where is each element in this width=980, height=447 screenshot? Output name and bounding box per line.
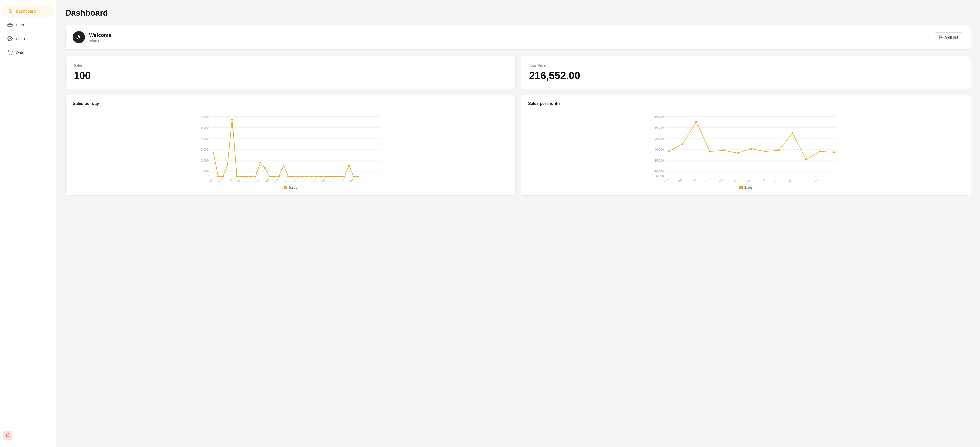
svg-text:2023-06: 2023-06 xyxy=(729,178,738,183)
svg-point-84 xyxy=(709,151,711,153)
notification-icon[interactable] xyxy=(3,431,12,440)
svg-point-41 xyxy=(311,176,312,177)
sidebar-item-cars[interactable]: Cars xyxy=(2,18,54,31)
svg-text:2023-01: 2023-01 xyxy=(660,178,669,183)
svg-text:10,000: 10,000 xyxy=(655,170,664,173)
svg-point-91 xyxy=(805,159,807,161)
svg-point-26 xyxy=(241,175,242,177)
svg-point-39 xyxy=(301,176,303,177)
monthly-legend-box xyxy=(739,186,743,189)
svg-point-40 xyxy=(306,176,307,177)
total-price-value: 216,552.00 xyxy=(529,70,963,81)
svg-point-5 xyxy=(11,54,12,55)
total-price-label: Total Price xyxy=(529,63,963,67)
svg-point-38 xyxy=(297,176,298,177)
svg-point-93 xyxy=(833,151,835,153)
svg-point-30 xyxy=(259,162,261,163)
svg-point-27 xyxy=(245,176,247,177)
svg-rect-0 xyxy=(8,24,12,26)
svg-point-37 xyxy=(292,176,293,177)
page-title: Dashboard xyxy=(65,8,971,17)
svg-text:2023-02: 2023-02 xyxy=(673,178,682,183)
gear-icon xyxy=(7,36,13,41)
daily-chart-legend: Sales xyxy=(73,186,508,189)
svg-point-87 xyxy=(750,148,752,150)
welcome-left: A Welcome admin xyxy=(73,31,111,43)
svg-text:15,000: 15,000 xyxy=(655,159,664,162)
sidebar-bottom xyxy=(0,428,56,443)
svg-point-31 xyxy=(264,167,266,169)
svg-point-49 xyxy=(348,165,350,166)
home-icon xyxy=(7,8,13,14)
sales-card: Sales 100 xyxy=(65,56,515,89)
svg-text:2023-10-01: 2023-10-01 xyxy=(202,178,213,183)
welcome-text: Welcome admin xyxy=(89,32,111,42)
svg-point-46 xyxy=(334,175,336,177)
cart-icon xyxy=(7,49,13,55)
svg-text:0: 0 xyxy=(207,174,208,178)
svg-point-35 xyxy=(283,165,284,166)
svg-point-45 xyxy=(329,175,331,177)
total-price-card: Total Price 216,552.00 xyxy=(520,56,971,89)
sidebar-item-cars-label: Cars xyxy=(16,23,24,27)
daily-chart-container: 6,000 5,000 4,000 3,000 2,000 1,000 0 xyxy=(73,111,508,183)
svg-text:2,000: 2,000 xyxy=(201,159,208,162)
svg-text:2023-05: 2023-05 xyxy=(715,178,724,183)
svg-point-85 xyxy=(723,149,725,151)
daily-chart-card: Sales per day 6,000 5,000 4,000 3,000 2,… xyxy=(65,95,515,196)
svg-point-20 xyxy=(213,152,214,154)
svg-text:20,000: 20,000 xyxy=(655,148,664,151)
sales-label: Sales xyxy=(74,63,507,67)
sign-out-label: Sign out xyxy=(945,35,958,39)
monthly-chart-legend: Sales xyxy=(528,186,963,189)
svg-text:5,000: 5,000 xyxy=(656,174,664,178)
svg-point-92 xyxy=(819,151,821,153)
svg-point-44 xyxy=(325,176,326,177)
svg-point-33 xyxy=(273,176,275,177)
charts-row: Sales per day 6,000 5,000 4,000 3,000 2,… xyxy=(65,95,971,196)
svg-point-23 xyxy=(227,164,228,166)
svg-text:2023-10: 2023-10 xyxy=(783,178,793,183)
welcome-title: Welcome xyxy=(89,32,111,38)
svg-text:2023-08: 2023-08 xyxy=(756,178,765,183)
sign-out-icon xyxy=(939,35,943,39)
svg-point-4 xyxy=(9,54,10,55)
welcome-card: A Welcome admin Sign out xyxy=(65,25,971,50)
avatar: A xyxy=(73,31,85,43)
svg-point-81 xyxy=(668,151,670,153)
monthly-chart-svg: 35,000 30,000 25,000 20,000 15,000 10,00… xyxy=(528,111,963,183)
svg-point-48 xyxy=(344,176,345,177)
monthly-chart-title: Sales per month xyxy=(528,101,963,106)
monthly-chart-card: Sales per month 35,000 30,000 25,000 20,… xyxy=(520,95,971,196)
svg-text:2023-07: 2023-07 xyxy=(742,178,752,183)
svg-point-36 xyxy=(287,175,289,177)
svg-point-90 xyxy=(791,132,794,134)
sidebar: Dashboard Cars Parts xyxy=(0,0,56,447)
svg-point-82 xyxy=(682,143,684,145)
svg-point-47 xyxy=(339,175,340,177)
svg-point-25 xyxy=(236,175,238,177)
svg-point-3 xyxy=(10,38,11,39)
stats-row: Sales 100 Total Price 216,552.00 xyxy=(65,56,971,89)
car-icon xyxy=(7,22,13,27)
svg-text:2023-03: 2023-03 xyxy=(687,178,697,183)
sidebar-item-dashboard-label: Dashboard xyxy=(16,9,36,13)
svg-point-21 xyxy=(218,175,219,177)
svg-point-50 xyxy=(353,175,354,177)
daily-chart-svg: 6,000 5,000 4,000 3,000 2,000 1,000 0 xyxy=(73,111,508,183)
sidebar-item-parts[interactable]: Parts xyxy=(2,32,54,45)
svg-text:2023-11: 2023-11 xyxy=(797,178,807,183)
svg-text:5,000: 5,000 xyxy=(201,126,208,129)
sidebar-item-dashboard[interactable]: Dashboard xyxy=(2,5,54,17)
svg-text:2023-04: 2023-04 xyxy=(701,178,710,183)
svg-text:2023-12: 2023-12 xyxy=(811,178,820,183)
sign-out-button[interactable]: Sign out xyxy=(934,32,963,42)
svg-point-42 xyxy=(315,176,317,177)
sidebar-item-orders[interactable]: Orders xyxy=(2,46,54,59)
svg-text:25,000: 25,000 xyxy=(655,137,664,140)
welcome-subtitle: admin xyxy=(89,38,111,42)
svg-point-28 xyxy=(250,176,251,177)
svg-text:6,000: 6,000 xyxy=(201,115,208,118)
svg-text:1,000: 1,000 xyxy=(201,170,208,173)
svg-text:30,000: 30,000 xyxy=(655,126,664,129)
